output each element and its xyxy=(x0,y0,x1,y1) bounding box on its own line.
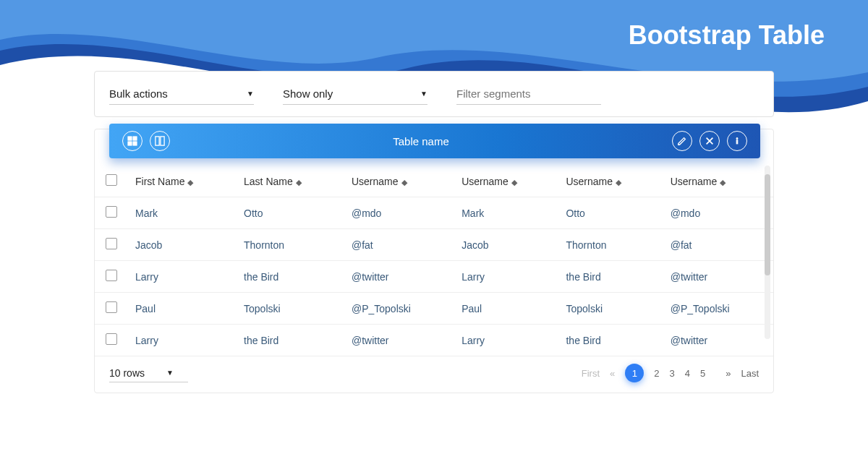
page-title: Bootstrap Table xyxy=(629,20,825,51)
caret-down-icon: ▼ xyxy=(166,369,174,377)
table-cell: Larry xyxy=(454,325,558,356)
table-card: Table name First Name◆ Last Name◆ Userna… xyxy=(94,129,774,393)
svg-rect-2 xyxy=(128,142,132,145)
pencil-icon xyxy=(677,136,687,146)
data-table: First Name◆ Last Name◆ Username◆ Usernam… xyxy=(95,166,773,356)
table-footer: 10 rows ▼ First « 12345 » Last xyxy=(95,356,773,393)
pager-next[interactable]: » xyxy=(726,368,731,379)
pager-first[interactable]: First xyxy=(582,368,600,379)
svg-rect-3 xyxy=(133,142,137,145)
table-cell: @mdo xyxy=(344,197,454,229)
scrollbar-thumb[interactable] xyxy=(765,174,770,275)
table-cell: Jacob xyxy=(128,229,237,261)
row-checkbox[interactable] xyxy=(106,333,117,345)
delete-button[interactable] xyxy=(699,131,720,151)
table-row: Larrythe Bird@twitterLarrythe Bird@twitt… xyxy=(95,261,773,293)
table-cell: the Bird xyxy=(237,261,344,293)
filter-segments-field[interactable] xyxy=(456,83,601,105)
table-cell: Paul xyxy=(128,293,237,325)
info-button[interactable] xyxy=(727,131,747,151)
pager-page[interactable]: 3 xyxy=(669,368,674,379)
vertical-scrollbar[interactable] xyxy=(765,166,770,339)
col-header[interactable]: Username◆ xyxy=(558,166,663,197)
table-cell: @P_Topolski xyxy=(344,293,454,325)
table-row: JacobThornton@fatJacobThornton@fat xyxy=(95,229,773,261)
table-cell: the Bird xyxy=(237,325,344,356)
sort-icon: ◆ xyxy=(296,178,302,187)
edit-button[interactable] xyxy=(672,131,692,151)
svg-rect-7 xyxy=(736,140,738,144)
table-cell: Topolski xyxy=(237,293,344,325)
col-header[interactable]: Last Name◆ xyxy=(237,166,344,197)
info-icon xyxy=(732,136,742,146)
sort-icon: ◆ xyxy=(720,178,726,187)
table-cell: the Bird xyxy=(558,261,663,293)
col-header[interactable]: Username◆ xyxy=(663,166,773,197)
pager-page[interactable]: 2 xyxy=(654,368,659,379)
pager-page[interactable]: 5 xyxy=(700,368,705,379)
table-cell: Larry xyxy=(128,261,237,293)
close-icon xyxy=(705,136,715,146)
table-cell: Larry xyxy=(128,325,237,356)
col-header[interactable]: Username◆ xyxy=(454,166,558,197)
row-checkbox[interactable] xyxy=(106,206,117,218)
table-cell: @fat xyxy=(344,229,454,261)
row-checkbox[interactable] xyxy=(106,270,117,281)
row-checkbox[interactable] xyxy=(106,238,117,249)
table-cell: @twitter xyxy=(663,261,773,293)
table-cell: Thornton xyxy=(558,229,663,261)
svg-point-6 xyxy=(736,137,738,139)
table-cell: Paul xyxy=(454,293,558,325)
rows-per-page-select[interactable]: 10 rows ▼ xyxy=(109,364,188,382)
sort-icon: ◆ xyxy=(187,178,193,187)
table-header-bar: Table name xyxy=(109,124,760,158)
table-row: Larrythe Bird@twitterLarrythe Bird@twitt… xyxy=(95,325,773,356)
table-cell: Mark xyxy=(128,197,237,229)
table-cell: Otto xyxy=(558,197,663,229)
caret-down-icon: ▼ xyxy=(420,90,427,98)
sort-icon: ◆ xyxy=(511,178,517,187)
filter-bar: Bulk actions▼ Show only▼ xyxy=(94,71,774,117)
table-cell: @twitter xyxy=(344,261,454,293)
row-checkbox[interactable] xyxy=(106,301,117,313)
table-cell: @fat xyxy=(663,229,773,261)
grid-icon xyxy=(127,136,137,146)
bulk-actions-label: Bulk actions xyxy=(109,87,168,100)
table-cell: Topolski xyxy=(558,293,663,325)
svg-rect-1 xyxy=(133,137,137,140)
table-cell: the Bird xyxy=(558,325,663,356)
table-cell: Thornton xyxy=(237,229,344,261)
table-title: Table name xyxy=(393,135,449,147)
columns-icon xyxy=(155,136,165,146)
sort-icon: ◆ xyxy=(401,178,407,187)
table-cell: @twitter xyxy=(344,325,454,356)
table-cell: Larry xyxy=(454,261,558,293)
table-cell: Mark xyxy=(454,197,558,229)
table-cell: Jacob xyxy=(454,229,558,261)
pager-page[interactable]: 1 xyxy=(625,364,644,382)
show-only-select[interactable]: Show only▼ xyxy=(283,83,427,105)
pager-last[interactable]: Last xyxy=(741,368,759,379)
table-row: PaulTopolski@P_TopolskiPaulTopolski@P_To… xyxy=(95,293,773,325)
table-cell: @mdo xyxy=(663,197,773,229)
table-row: MarkOtto@mdoMarkOtto@mdo xyxy=(95,197,773,229)
svg-rect-4 xyxy=(156,137,159,145)
view-columns-button[interactable] xyxy=(150,131,170,151)
sort-icon: ◆ xyxy=(616,178,621,187)
caret-down-icon: ▼ xyxy=(247,90,254,98)
select-all-checkbox[interactable] xyxy=(106,174,117,186)
col-header[interactable]: First Name◆ xyxy=(128,166,237,197)
table-cell: @twitter xyxy=(663,325,773,356)
bulk-actions-select[interactable]: Bulk actions▼ xyxy=(109,83,254,105)
pagination: First « 12345 » Last xyxy=(582,364,759,382)
svg-rect-5 xyxy=(161,137,164,145)
col-header[interactable]: Username◆ xyxy=(344,166,454,197)
table-cell: @P_Topolski xyxy=(663,293,773,325)
view-grid-button[interactable] xyxy=(122,131,142,151)
pager-prev[interactable]: « xyxy=(610,368,615,379)
rows-label: 10 rows xyxy=(109,367,145,379)
table-header-row: First Name◆ Last Name◆ Username◆ Usernam… xyxy=(95,166,773,197)
filter-segments-input[interactable] xyxy=(456,83,601,105)
pager-page[interactable]: 4 xyxy=(685,368,690,379)
show-only-label: Show only xyxy=(283,87,333,100)
